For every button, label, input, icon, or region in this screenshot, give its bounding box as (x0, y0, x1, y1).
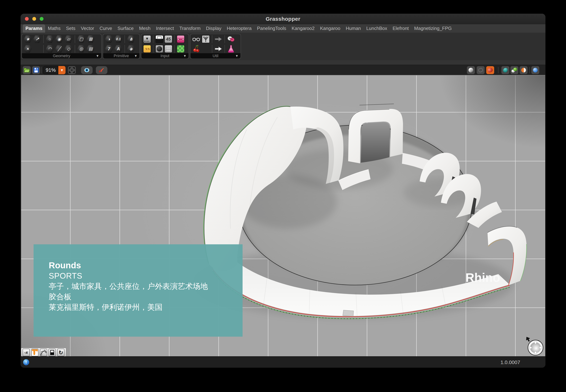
group-dropdown-icon[interactable]: ▼ (235, 54, 238, 58)
tab-magnetizing-fpg[interactable]: Magnetizing_FPG (412, 24, 454, 33)
expression-widget-button[interactable]: -x (23, 349, 30, 356)
divider (75, 35, 75, 43)
canvas-toolbar: 91% ▾ (21, 65, 545, 75)
lattice-icon[interactable]: ⊞ (87, 35, 95, 43)
tab-maths[interactable]: Maths (45, 24, 63, 33)
circle-icon[interactable]: ○ (46, 35, 54, 43)
preview-off-button[interactable] (467, 66, 475, 74)
tab-lunchbox[interactable]: LunchBox (364, 24, 390, 33)
save-file-button[interactable] (32, 66, 40, 74)
shaded-cylinder-icon (487, 67, 493, 73)
group-dropdown-icon[interactable]: ▼ (183, 54, 186, 58)
camera-trackball[interactable] (524, 336, 544, 356)
panel-icon (50, 350, 54, 355)
group-label-geometry[interactable]: Geometry ▼ (22, 53, 101, 59)
open-file-button[interactable] (23, 66, 31, 74)
galapagos-flask-icon[interactable] (227, 45, 235, 53)
box-icon[interactable]: ▢ (77, 35, 85, 43)
value-list-icon[interactable] (164, 45, 172, 53)
polyline-widget-button[interactable] (40, 349, 47, 356)
text-icon[interactable]: A (114, 45, 122, 53)
graph-icon[interactable]: ◈ (127, 45, 135, 53)
document-preview-button[interactable] (510, 66, 518, 74)
cylinder-icon[interactable]: ◎ (77, 45, 85, 53)
timer-widget-button[interactable]: ↻ (57, 349, 64, 356)
tab-curve[interactable]: Curve (97, 24, 115, 33)
tab-elefront[interactable]: Elefront (390, 24, 412, 33)
tab-heteroptera[interactable]: Heteroptera (224, 24, 254, 33)
sketch-icon[interactable]: ∿∿ (143, 45, 151, 53)
number-slider-icon[interactable]: ▼ (143, 35, 151, 43)
version-label: 1.0.0007 (501, 360, 520, 365)
input-row-1: ▼ 45 (141, 34, 189, 44)
tab-vector[interactable]: Vector (78, 24, 97, 33)
plane-icon[interactable]: ▱ (64, 35, 73, 43)
cherry-picker-icon[interactable] (192, 45, 201, 53)
data-dam-icon[interactable] (227, 35, 235, 43)
project-caption-overlay: Rounds SPORTS 亭子，城市家具，公共座位，户外表演艺术场地 胶合板 … (34, 244, 243, 337)
preview-toggle-button[interactable] (81, 66, 93, 74)
selected-preview-button[interactable] (501, 66, 509, 74)
tab-transform[interactable]: Transform (177, 24, 203, 33)
zoom-level-field[interactable]: 91% (43, 66, 58, 74)
tab-intersect[interactable]: Intersect (153, 24, 177, 33)
surface-icon[interactable]: ▤ (87, 45, 95, 53)
tab-kangaroo[interactable]: Kangaroo (317, 24, 343, 33)
point-cluster-icon[interactable]: ∗ (24, 35, 32, 43)
alert-balloon-icon[interactable]: ! (23, 359, 29, 365)
digit-scroller-icon[interactable]: 45 (164, 35, 172, 43)
project-material: 胶合板 (49, 292, 232, 302)
preview-wireframe-button[interactable] (477, 66, 485, 74)
group-label-input[interactable]: Input ▼ (141, 53, 189, 59)
group-label-primitive[interactable]: Primitive ▼ (103, 53, 139, 59)
minimize-button[interactable] (32, 17, 36, 21)
tab-kangaroo2[interactable]: Kangaroo2 (289, 24, 317, 33)
tab-mesh[interactable]: Mesh (136, 24, 153, 33)
spectacles-icon[interactable] (192, 35, 201, 43)
paint-drip-widget-button[interactable] (31, 349, 38, 356)
boolean-toggle-icon[interactable] (155, 35, 163, 43)
relay-arrow-icon[interactable] (214, 35, 223, 43)
arc-icon[interactable]: ◠ (46, 45, 54, 53)
null-item-icon[interactable]: × (24, 45, 32, 53)
tab-panelingtools[interactable]: PanelingTools (254, 24, 289, 33)
remote-panel-button[interactable] (531, 66, 539, 74)
integer-icon[interactable]: 7 (105, 45, 113, 53)
pen-icon (99, 67, 105, 73)
zoom-extents-button[interactable] (68, 66, 76, 74)
group-dropdown-icon[interactable]: ▼ (96, 54, 99, 58)
group-dropdown-icon[interactable]: ▼ (134, 54, 137, 58)
panel-widget-button[interactable] (48, 349, 56, 356)
vector-icon[interactable]: ↗ (33, 35, 41, 43)
line-icon[interactable]: ╱ (55, 45, 63, 53)
zoom-dropdown-button[interactable]: ▾ (58, 66, 65, 74)
tab-params[interactable]: Params (23, 24, 45, 33)
knob-icon[interactable] (155, 45, 163, 53)
tab-surface[interactable]: Surface (115, 24, 136, 33)
group-geometry: ∗ ↗ ○ ◉ ▱ ▢ ⊞ × ◠ ╱ ◇ (21, 34, 102, 59)
close-button[interactable] (25, 17, 29, 21)
number-icon[interactable]: 0.1 (114, 35, 122, 43)
group-label-util[interactable]: Util ▼ (190, 53, 240, 59)
jump-arrow-icon[interactable] (214, 45, 223, 53)
preview-shaded-button[interactable] (486, 66, 494, 74)
custom-preview-button[interactable] (520, 66, 528, 74)
data-path-icon[interactable]: ⋔ (127, 35, 135, 43)
tab-human[interactable]: Human (343, 24, 364, 33)
title-bar[interactable]: Grasshopper (21, 14, 545, 24)
spiral-icon[interactable]: ◉ (55, 35, 63, 43)
colour-swatch-icon[interactable] (177, 45, 185, 53)
extents-icon (69, 67, 75, 73)
mesh-icon[interactable]: ◇ (64, 45, 73, 53)
zoom-button[interactable] (40, 17, 44, 21)
tab-display[interactable]: Display (203, 24, 224, 33)
tab-sets[interactable]: Sets (63, 24, 78, 33)
blue-sphere-icon (533, 68, 538, 72)
group-input: ▼ 45 ∿∿ (141, 34, 189, 59)
boolean-icon[interactable]: ◑ (105, 35, 113, 43)
gradient-icon[interactable] (177, 35, 185, 43)
draw-pen-button[interactable] (96, 66, 107, 74)
viewport-canvas[interactable]: Rounds SPORTS 亭子，城市家具，公共座位，户外表演艺术场地 胶合板 … (21, 75, 545, 356)
ribbon-divider (21, 60, 545, 65)
tree-view-icon[interactable] (202, 35, 210, 43)
